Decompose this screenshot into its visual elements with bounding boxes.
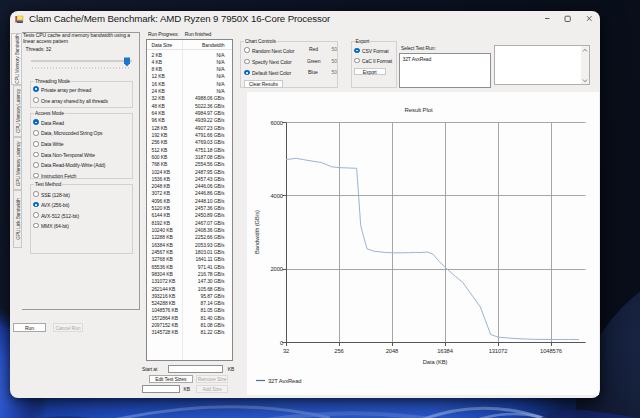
svg-text:2048: 2048 [386,348,399,354]
svg-text:32: 32 [283,348,289,354]
svg-text:131072: 131072 [489,348,508,354]
svg-text:4000: 4000 [271,193,284,199]
svg-text:1048576: 1048576 [540,348,562,354]
svg-text:6000: 6000 [271,120,284,126]
svg-text:256: 256 [334,348,343,354]
svg-text:Data (KB): Data (KB) [423,359,448,365]
svg-text:0: 0 [280,340,283,346]
svg-text:2000: 2000 [271,266,284,272]
svg-text:16384: 16384 [437,348,453,354]
svg-text:Result Plot: Result Plot [405,107,433,113]
svg-text:32T AvxRead: 32T AvxRead [268,378,302,384]
svg-text:Bandwidth (GB/s): Bandwidth (GB/s) [254,210,260,254]
